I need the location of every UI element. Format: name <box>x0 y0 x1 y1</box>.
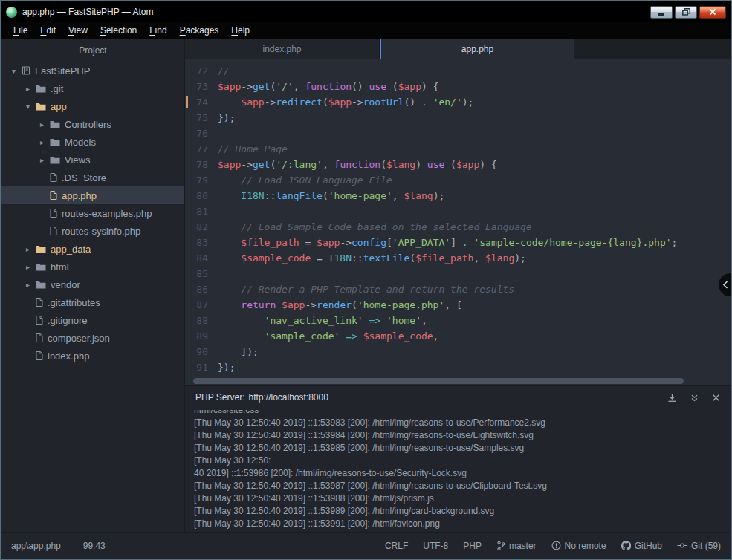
chevron-right-icon: ▸ <box>40 120 50 128</box>
line-number: 79 <box>185 172 218 188</box>
status-line-ending[interactable]: CRLF <box>385 541 408 551</box>
status-label: No remote <box>565 541 606 551</box>
code-line-81: 81 <box>185 204 731 219</box>
tree-item-label: routes-sysinfo.php <box>62 226 140 237</box>
menu-edit[interactable]: Edit <box>34 24 62 37</box>
tree-item-models[interactable]: ▸Models <box>1 133 184 151</box>
menu-bar: FileEditViewSelectionFindPackagesHelp <box>1 22 731 39</box>
line-number: 86 <box>185 281 218 297</box>
php-server-title: PHP Server: <box>195 392 244 403</box>
log-line: [Thu May 30 12:50:40 2019] ::1:53989 [20… <box>194 505 722 518</box>
tree-item-label: .gitignore <box>48 315 87 326</box>
tab-app-php[interactable]: app.php <box>380 39 574 59</box>
status-grammar[interactable]: PHP <box>463 541 482 551</box>
editor-column: index.phpapp.php 72//73$app->get('/', fu… <box>185 39 731 532</box>
folder-icon <box>50 156 60 164</box>
code-line-75: 75}); <box>185 110 731 126</box>
tree-item-routes-sysinfo-php[interactable]: routes-sysinfo.php <box>1 222 184 240</box>
code-line-77: 77// Home Page <box>185 141 731 157</box>
restore-button[interactable] <box>675 6 697 19</box>
tree-item-app[interactable]: ▾app <box>1 97 184 115</box>
log-line-partial: html/css/site.css <box>194 410 722 417</box>
status-github[interactable]: GitHub <box>621 541 662 551</box>
status-git-branch[interactable]: master <box>496 541 537 551</box>
tree-item-html[interactable]: ▸html <box>1 258 184 276</box>
menu-packages[interactable]: Packages <box>174 24 225 37</box>
autoscroll-icon[interactable] <box>690 393 699 403</box>
tree-item--gitignore[interactable]: .gitignore <box>1 311 184 329</box>
file-icon <box>36 351 43 360</box>
code-line-89: 89 'sample_code' => $sample_code, <box>185 328 731 344</box>
code-text: // Load Sample Code based on the selecte… <box>218 219 532 235</box>
menu-help[interactable]: Help <box>225 24 256 37</box>
status-left: app\app.php99:43 <box>11 541 106 551</box>
code-text: $sample_code = I18N::textFile($file_path… <box>218 250 526 266</box>
folder-icon <box>36 102 46 111</box>
code-line-90: 90 ]); <box>185 344 731 359</box>
status-cursor-position[interactable]: 99:43 <box>83 541 106 551</box>
code-lines: 72//73$app->get('/', function() use ($ap… <box>185 63 731 375</box>
tree-item-label: vendor <box>51 279 80 290</box>
main-area: Project ▾FastSitePHP▸.git▾app▸Controller… <box>1 39 731 532</box>
tree-item-controllers[interactable]: ▸Controllers <box>1 115 184 133</box>
tree-item-app-php[interactable]: app.php <box>1 186 184 204</box>
status-encoding[interactable]: UTF-8 <box>423 541 448 551</box>
tree-item-composer-json[interactable]: composer.json <box>1 329 184 347</box>
tree-item-routes-examples-php[interactable]: routes-examples.php <box>1 204 184 222</box>
code-editor[interactable]: 72//73$app->get('/', function() use ($ap… <box>185 59 731 385</box>
tree-item-index-php[interactable]: index.php <box>1 347 184 365</box>
status-label: UTF-8 <box>423 541 448 551</box>
line-number: 89 <box>185 328 218 344</box>
code-text: $app->redirect($app->rootUrl() . 'en/'); <box>218 94 473 110</box>
log-line: [Thu May 30 12:50:40 2019] ::1:53983 [20… <box>194 417 722 429</box>
tree-item-app-data[interactable]: ▸app_data <box>1 240 184 258</box>
tree-item--ds-store[interactable]: .DS_Store <box>1 169 184 186</box>
atom-window: app.php — FastSitePHP — Atom FileEditVie… <box>0 0 732 560</box>
tab-index-php[interactable]: index.php <box>185 39 380 59</box>
status-label: app\app.php <box>11 541 61 551</box>
line-number: 87 <box>185 297 218 313</box>
horizontal-scrollbar-thumb[interactable] <box>193 378 684 384</box>
tree-item-label: composer.json <box>48 333 110 344</box>
status-label: 99:43 <box>83 541 106 551</box>
menu-selection[interactable]: Selection <box>94 24 143 37</box>
status-git-changes[interactable]: Git (59) <box>677 541 721 551</box>
server-log-output: html/css/site.css[Thu May 30 12:50:40 20… <box>185 408 731 532</box>
menu-file[interactable]: File <box>7 24 33 37</box>
line-number: 74 <box>185 94 218 110</box>
code-line-88: 88 'nav_active_link' => 'home', <box>185 313 731 328</box>
window-title: app.php — FastSitePHP — Atom <box>22 7 154 17</box>
code-text: // Load JSON Language File <box>218 172 392 188</box>
code-text: ]); <box>218 344 259 359</box>
status-label: Git (59) <box>691 541 721 551</box>
code-text: $file_path = $app->config['APP_DATA'] . … <box>218 235 677 250</box>
close-button[interactable] <box>699 6 726 19</box>
tree-item-fastsitephp[interactable]: ▾FastSitePHP <box>1 62 184 79</box>
tree-item-vendor[interactable]: ▸vendor <box>1 276 184 293</box>
code-line-91: 91}); <box>185 359 731 375</box>
line-number: 85 <box>185 266 218 281</box>
file-icon <box>36 316 43 325</box>
folder-icon <box>36 85 46 93</box>
line-number: 73 <box>185 79 218 94</box>
download-log-icon[interactable] <box>667 393 677 403</box>
tree-item-label: Models <box>65 137 96 148</box>
code-text: 'nav_active_link' => 'home', <box>218 313 427 328</box>
tree-item-views[interactable]: ▸Views <box>1 151 184 169</box>
github-icon <box>621 541 631 550</box>
minimize-button[interactable] <box>650 6 673 19</box>
status-label: master <box>509 541 537 551</box>
status-right: CRLFUTF-8PHPmasterNo remoteGitHubGit (59… <box>385 541 721 551</box>
code-text: // Render a PHP Template and return the … <box>218 281 514 297</box>
tree-item--git[interactable]: ▸.git <box>1 79 184 97</box>
file-icon <box>50 173 57 182</box>
code-line-82: 82 // Load Sample Code based on the sele… <box>185 219 731 235</box>
tree-item--gitattributes[interactable]: .gitattributes <box>1 293 184 311</box>
code-line-87: 87 return $app->render('home-page.php', … <box>185 297 731 313</box>
title-bar: app.php — FastSitePHP — Atom <box>1 1 731 22</box>
status-git-remote[interactable]: No remote <box>551 541 606 551</box>
code-line-76: 76 <box>185 126 731 141</box>
close-panel-icon[interactable] <box>712 394 720 402</box>
menu-find[interactable]: Find <box>143 24 172 37</box>
menu-view[interactable]: View <box>62 24 94 37</box>
